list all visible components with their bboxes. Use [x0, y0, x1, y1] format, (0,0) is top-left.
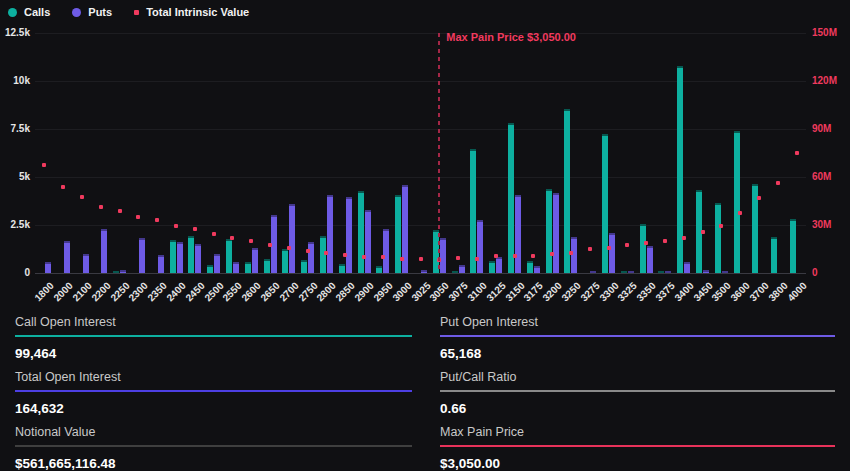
call-bar[interactable] — [301, 260, 307, 273]
put-bar[interactable] — [383, 229, 389, 273]
call-bar[interactable] — [452, 271, 458, 273]
legend-item-puts[interactable]: Puts — [72, 6, 112, 18]
intrinsic-value-dot[interactable] — [193, 227, 197, 231]
intrinsic-value-dot[interactable] — [212, 232, 216, 236]
put-bar[interactable] — [571, 237, 577, 273]
intrinsic-value-dot[interactable] — [99, 205, 103, 209]
put-bar[interactable] — [590, 271, 596, 273]
intrinsic-value-dot[interactable] — [569, 251, 573, 255]
call-bar[interactable] — [339, 264, 345, 273]
call-bar[interactable] — [771, 237, 777, 273]
intrinsic-value-dot[interactable] — [701, 230, 705, 234]
put-bar[interactable] — [120, 270, 126, 273]
intrinsic-value-dot[interactable] — [550, 252, 554, 256]
legend-item-intrinsic[interactable]: Total Intrinsic Value — [134, 6, 249, 18]
put-bar[interactable] — [684, 262, 690, 273]
put-bar[interactable] — [609, 233, 615, 273]
intrinsic-value-dot[interactable] — [644, 241, 648, 245]
call-bar[interactable] — [170, 240, 176, 273]
call-bar[interactable] — [734, 131, 740, 273]
put-bar[interactable] — [534, 266, 540, 273]
put-bar[interactable] — [346, 197, 352, 273]
call-bar[interactable] — [640, 224, 646, 273]
call-bar[interactable] — [527, 261, 533, 273]
legend-item-calls[interactable]: Calls — [8, 6, 50, 18]
put-bar[interactable] — [327, 195, 333, 273]
intrinsic-value-dot[interactable] — [80, 195, 84, 199]
intrinsic-value-dot[interactable] — [343, 253, 347, 257]
put-bar[interactable] — [83, 254, 89, 273]
call-bar[interactable] — [264, 259, 270, 273]
call-bar[interactable] — [207, 265, 213, 273]
call-bar[interactable] — [621, 271, 627, 273]
intrinsic-value-dot[interactable] — [625, 243, 629, 247]
put-bar[interactable] — [553, 193, 559, 273]
put-bar[interactable] — [308, 242, 314, 273]
put-bar[interactable] — [515, 195, 521, 273]
intrinsic-value-dot[interactable] — [738, 211, 742, 215]
call-bar[interactable] — [282, 249, 288, 273]
call-bar[interactable] — [358, 191, 364, 273]
intrinsic-value-dot[interactable] — [419, 257, 423, 261]
call-bar[interactable] — [715, 203, 721, 273]
intrinsic-value-dot[interactable] — [230, 236, 234, 240]
intrinsic-value-dot[interactable] — [118, 209, 122, 213]
put-bar[interactable] — [722, 271, 728, 273]
intrinsic-value-dot[interactable] — [795, 151, 799, 155]
intrinsic-value-dot[interactable] — [588, 247, 592, 251]
intrinsic-value-dot[interactable] — [362, 255, 366, 259]
intrinsic-value-dot[interactable] — [400, 257, 404, 261]
put-bar[interactable] — [440, 238, 446, 273]
intrinsic-value-dot[interactable] — [531, 254, 535, 258]
intrinsic-value-dot[interactable] — [136, 215, 140, 219]
put-bar[interactable] — [459, 265, 465, 273]
intrinsic-value-dot[interactable] — [494, 254, 498, 258]
intrinsic-value-dot[interactable] — [306, 249, 310, 253]
intrinsic-value-dot[interactable] — [287, 246, 291, 250]
call-bar[interactable] — [489, 261, 495, 273]
call-bar[interactable] — [188, 236, 194, 273]
call-bar[interactable] — [395, 195, 401, 273]
put-bar[interactable] — [177, 242, 183, 273]
intrinsic-value-dot[interactable] — [249, 239, 253, 243]
call-bar[interactable] — [245, 262, 251, 273]
intrinsic-value-dot[interactable] — [381, 255, 385, 259]
intrinsic-value-dot[interactable] — [475, 257, 479, 261]
intrinsic-value-dot[interactable] — [268, 243, 272, 247]
put-bar[interactable] — [195, 244, 201, 273]
put-bar[interactable] — [628, 271, 634, 273]
call-bar[interactable] — [508, 123, 514, 273]
put-bar[interactable] — [289, 204, 295, 273]
intrinsic-value-dot[interactable] — [776, 181, 780, 185]
put-bar[interactable] — [665, 271, 671, 273]
call-bar[interactable] — [113, 271, 119, 273]
call-bar[interactable] — [546, 189, 552, 273]
call-bar[interactable] — [677, 66, 683, 273]
call-bar[interactable] — [790, 219, 796, 273]
put-bar[interactable] — [45, 262, 51, 273]
intrinsic-value-dot[interactable] — [155, 218, 159, 222]
put-bar[interactable] — [158, 255, 164, 273]
put-bar[interactable] — [365, 210, 371, 273]
put-bar[interactable] — [647, 246, 653, 273]
call-bar[interactable] — [564, 109, 570, 273]
intrinsic-value-dot[interactable] — [324, 251, 328, 255]
put-bar[interactable] — [139, 238, 145, 273]
put-bar[interactable] — [252, 248, 258, 273]
intrinsic-value-dot[interactable] — [663, 239, 667, 243]
intrinsic-value-dot[interactable] — [719, 224, 723, 228]
put-bar[interactable] — [101, 229, 107, 273]
call-bar[interactable] — [470, 149, 476, 273]
intrinsic-value-dot[interactable] — [757, 196, 761, 200]
put-bar[interactable] — [233, 262, 239, 273]
call-bar[interactable] — [658, 271, 664, 273]
put-bar[interactable] — [703, 270, 709, 273]
put-bar[interactable] — [477, 220, 483, 273]
intrinsic-value-dot[interactable] — [61, 185, 65, 189]
put-bar[interactable] — [496, 257, 502, 273]
put-bar[interactable] — [64, 241, 70, 273]
put-bar[interactable] — [214, 254, 220, 273]
call-bar[interactable] — [226, 239, 232, 273]
intrinsic-value-dot[interactable] — [174, 224, 178, 228]
call-bar[interactable] — [376, 266, 382, 273]
